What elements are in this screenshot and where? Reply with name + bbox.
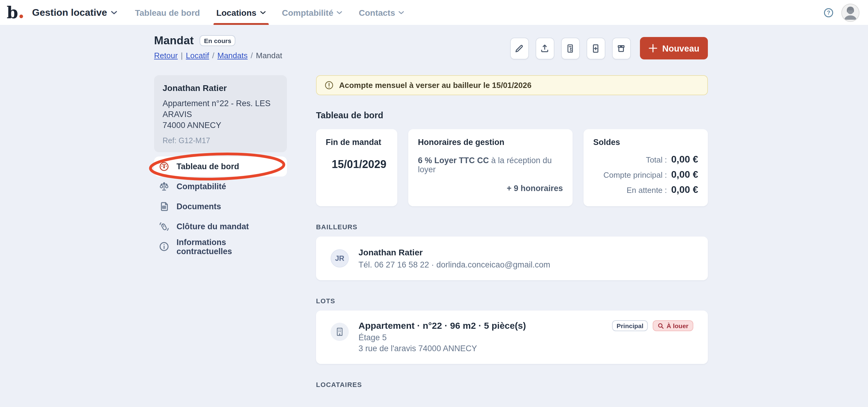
archive-button[interactable] xyxy=(612,37,631,59)
nav-item-locations[interactable]: Locations xyxy=(216,0,266,25)
nav-item-label: Contacts xyxy=(359,8,395,17)
lot-floor: Étage 5 xyxy=(359,333,693,342)
app-window: b Gestion locative Tableau de bord Locat… xyxy=(0,0,868,407)
a-louer-badge: À louer xyxy=(653,320,693,331)
svg-text:?: ? xyxy=(827,9,830,15)
breadcrumb-mandats-link[interactable]: Mandats xyxy=(217,51,248,60)
edit-icon xyxy=(515,43,524,53)
add-document-icon xyxy=(591,43,601,53)
edit-button[interactable] xyxy=(510,37,529,59)
sidebar-item-tableau-de-bord[interactable]: Tableau de bord xyxy=(154,156,287,177)
breadcrumb-retour-link[interactable]: Retour xyxy=(154,51,178,60)
bailleur-row[interactable]: JR Jonathan Ratier Tél. 06 27 16 58 22 ·… xyxy=(316,237,708,280)
new-button[interactable]: Nouveau xyxy=(640,37,708,59)
property-line: Appartement n°22 - Res. LES ARAVIS xyxy=(162,98,278,120)
magnifier-icon xyxy=(657,322,664,329)
sidebar-item-documents[interactable]: Documents xyxy=(154,196,287,217)
breadcrumb-separator: / xyxy=(250,51,253,60)
soldes-label: En attente : xyxy=(627,183,667,198)
chevron-down-icon xyxy=(111,11,117,14)
honoraires-rate: 6 % Loyer TTC CC xyxy=(418,156,489,165)
alert-info-icon xyxy=(324,81,334,90)
property-city: 74000 ANNECY xyxy=(162,120,278,131)
dashboard-heading: Tableau de bord xyxy=(316,111,708,120)
principal-badge: Principal xyxy=(612,320,648,331)
nav-item-comptabilite[interactable]: Comptabilité xyxy=(282,0,342,25)
archive-icon xyxy=(617,43,626,53)
user-avatar[interactable] xyxy=(841,3,860,22)
page-body: Mandat En cours Retour | Locatif / Manda… xyxy=(0,25,868,388)
logo-dot-icon xyxy=(20,14,23,18)
building-icon xyxy=(331,323,349,341)
breadcrumb-separator: / xyxy=(212,51,214,60)
nav-item-tableau-de-bord[interactable]: Tableau de bord xyxy=(135,0,200,25)
svg-text:$: $ xyxy=(570,48,572,52)
main-content: Acompte mensuel à verser au bailleur le … xyxy=(316,75,708,388)
logo-letter: b xyxy=(7,4,18,21)
upload-icon xyxy=(540,43,550,53)
soldes-label: Total : xyxy=(646,153,667,167)
page-title: Mandat xyxy=(154,34,194,47)
card-title: Honoraires de gestion xyxy=(418,138,563,147)
soldes-row-compte-principal: Compte principal : 0,00 € xyxy=(593,167,698,183)
main-nav: Tableau de bord Locations Comptabilité C… xyxy=(135,0,404,25)
add-document-button[interactable] xyxy=(587,37,606,59)
brand-logo[interactable]: b xyxy=(7,4,23,21)
owner-name: Jonathan Ratier xyxy=(162,83,278,93)
sidebar-item-label: Informations contractuelles xyxy=(177,238,282,256)
help-icon[interactable]: ? xyxy=(824,8,833,17)
nav-item-label: Comptabilité xyxy=(282,8,333,17)
breadcrumb: Retour | Locatif / Mandats / Mandat xyxy=(154,51,282,60)
chevron-down-icon xyxy=(260,11,266,14)
sidebar-menu: Tableau de bord xyxy=(154,156,287,257)
sidebar-item-informations[interactable]: Informations contractuelles xyxy=(154,237,287,257)
lot-badges: Principal À louer xyxy=(612,320,693,331)
alert-text: Acompte mensuel à verser au bailleur le … xyxy=(339,81,531,90)
chevron-down-icon xyxy=(399,11,404,14)
nav-item-contacts[interactable]: Contacts xyxy=(359,0,404,25)
sidebar-item-label: Tableau de bord xyxy=(177,162,239,171)
fin-de-mandat-date: 15/01/2029 xyxy=(326,158,388,171)
plus-icon xyxy=(648,44,657,53)
document-icon xyxy=(159,201,169,212)
upload-button[interactable] xyxy=(536,37,554,59)
soldes-row-en-attente: En attente : 0,00 € xyxy=(593,183,698,198)
new-button-label: Nouveau xyxy=(662,43,700,53)
breadcrumb-locatif-link[interactable]: Locatif xyxy=(186,51,209,60)
navbar-right: ? xyxy=(824,3,860,22)
sidebar-item-label: Clôture du mandat xyxy=(177,222,249,231)
section-label-bailleurs: BAILLEURS xyxy=(316,223,708,230)
avatar: JR xyxy=(331,249,349,268)
lot-address: 3 rue de l'aravis 74000 ANNECY xyxy=(359,344,693,353)
breadcrumb-separator: | xyxy=(181,51,183,60)
sidebar-item-cloture[interactable]: Clôture du mandat xyxy=(154,217,287,237)
dashboard-cards: Fin de mandat 15/01/2029 Honoraires de g… xyxy=(316,129,708,206)
alert-banner: Acompte mensuel à verser au bailleur le … xyxy=(316,75,708,95)
honoraires-line: 6 % Loyer TTC CC à la réception du loyer xyxy=(418,156,563,174)
soldes-label: Compte principal : xyxy=(603,168,667,183)
bailleur-details: Tél. 06 27 16 58 22 · dorlinda.conceicao… xyxy=(359,260,550,269)
sidebar-item-label: Comptabilité xyxy=(177,182,226,191)
sidebar-item-comptabilite[interactable]: Comptabilité xyxy=(154,177,287,196)
honoraires-more-link[interactable]: + 9 honoraires xyxy=(418,184,563,193)
soldes-value: 0,00 € xyxy=(671,152,698,167)
lot-row[interactable]: Appartement · n°22 · 96 m2 · 5 pièce(s) … xyxy=(316,311,708,364)
soldes-value: 0,00 € xyxy=(671,167,698,182)
card-title: Soldes xyxy=(593,138,698,147)
brand-label: Gestion locative xyxy=(32,7,107,18)
nav-item-label: Tableau de bord xyxy=(135,8,200,17)
invoice-button[interactable]: $ xyxy=(561,37,580,59)
a-louer-label: À louer xyxy=(666,322,688,330)
lot-title: Appartement · n°22 · 96 m2 · 5 pièce(s) xyxy=(359,320,608,331)
brand-menu[interactable]: Gestion locative xyxy=(32,7,117,18)
lot-info: Appartement · n°22 · 96 m2 · 5 pièce(s) … xyxy=(359,320,693,353)
section-label-lots: LOTS xyxy=(316,297,708,305)
bailleur-name: Jonathan Ratier xyxy=(359,248,550,257)
breadcrumb-current: Mandat xyxy=(256,51,282,60)
hand-wave-icon xyxy=(159,221,169,232)
sidebar-item-label: Documents xyxy=(177,202,221,211)
soldes-value: 0,00 € xyxy=(671,183,698,197)
info-icon xyxy=(159,242,169,252)
mandat-summary-card: Jonathan Ratier Appartement n°22 - Res. … xyxy=(154,75,287,152)
scales-icon xyxy=(159,181,169,192)
